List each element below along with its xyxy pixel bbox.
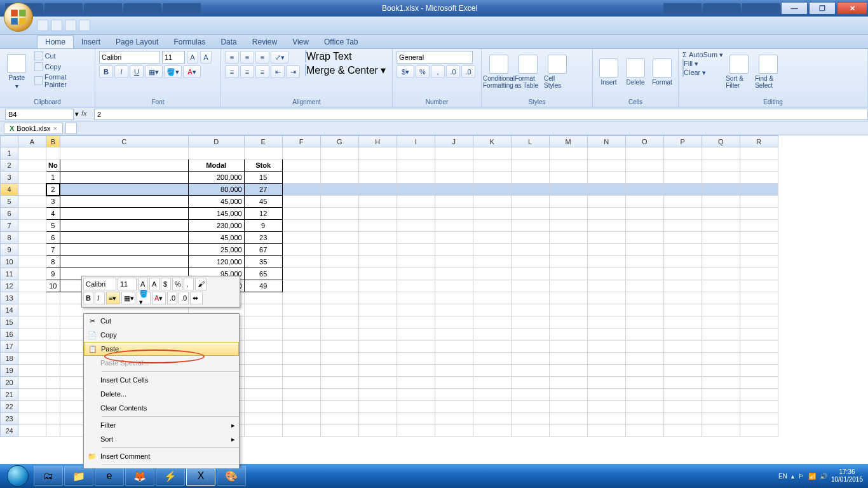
- cell[interactable]: [282, 256, 320, 268]
- cell[interactable]: 230,000: [188, 220, 244, 232]
- cell[interactable]: [18, 172, 46, 184]
- cell[interactable]: [282, 353, 320, 365]
- cell[interactable]: [549, 341, 587, 353]
- cell[interactable]: [18, 425, 46, 437]
- cell[interactable]: [358, 280, 397, 292]
- cell[interactable]: 8: [46, 256, 60, 268]
- cell[interactable]: [473, 147, 511, 159]
- cell[interactable]: [282, 365, 320, 377]
- cell[interactable]: [60, 232, 188, 244]
- cell[interactable]: [435, 196, 473, 208]
- cell[interactable]: [282, 292, 320, 304]
- cell[interactable]: [549, 365, 587, 377]
- cell[interactable]: [60, 256, 188, 268]
- cell[interactable]: [740, 292, 778, 304]
- cell[interactable]: [18, 184, 46, 196]
- cell[interactable]: [473, 329, 511, 341]
- cell[interactable]: [435, 244, 473, 256]
- cell[interactable]: [18, 220, 46, 232]
- cell[interactable]: [702, 377, 740, 389]
- underline-button[interactable]: U: [130, 65, 144, 78]
- cell[interactable]: [244, 389, 282, 401]
- mini-border-icon[interactable]: ▦▾: [121, 292, 135, 304]
- cell[interactable]: [702, 316, 740, 329]
- cell[interactable]: [740, 413, 778, 425]
- minimize-button[interactable]: —: [781, 2, 808, 15]
- cell[interactable]: [663, 232, 702, 244]
- tab-review[interactable]: Review: [245, 36, 285, 48]
- mini-currency-icon[interactable]: $: [161, 278, 171, 290]
- cell[interactable]: [663, 280, 702, 292]
- cell[interactable]: [397, 268, 435, 280]
- cell[interactable]: [549, 184, 587, 196]
- cell[interactable]: [511, 220, 549, 232]
- row-header[interactable]: 4: [1, 184, 18, 196]
- cell[interactable]: [397, 425, 435, 437]
- cell[interactable]: [473, 159, 511, 172]
- cell[interactable]: [282, 401, 320, 413]
- cell[interactable]: 23: [244, 232, 282, 244]
- cell[interactable]: [18, 413, 46, 425]
- cell[interactable]: [435, 292, 473, 304]
- cell[interactable]: [663, 316, 702, 329]
- cell[interactable]: [18, 208, 46, 220]
- cell[interactable]: [625, 220, 663, 232]
- cell[interactable]: [282, 329, 320, 341]
- cell[interactable]: Modal: [188, 159, 244, 172]
- format-cells-button[interactable]: Format: [650, 51, 674, 93]
- cell[interactable]: [397, 365, 435, 377]
- cell[interactable]: [740, 220, 778, 232]
- cell[interactable]: [625, 401, 663, 413]
- col-header[interactable]: N: [587, 136, 625, 147]
- row-header[interactable]: 14: [1, 304, 18, 316]
- cell[interactable]: 2: [46, 184, 60, 196]
- wrap-text-button[interactable]: Wrap Text: [305, 51, 386, 62]
- cell[interactable]: [663, 292, 702, 304]
- cell[interactable]: [663, 172, 702, 184]
- cell[interactable]: 12: [244, 208, 282, 220]
- indent-dec-icon[interactable]: ⇤: [271, 65, 285, 78]
- cell[interactable]: [625, 196, 663, 208]
- cell[interactable]: [587, 220, 625, 232]
- cell[interactable]: [282, 244, 320, 256]
- cell[interactable]: [435, 268, 473, 280]
- cell[interactable]: [358, 159, 397, 172]
- cell[interactable]: [282, 377, 320, 389]
- cell[interactable]: [320, 196, 358, 208]
- cell[interactable]: [549, 280, 587, 292]
- cell[interactable]: [358, 268, 397, 280]
- col-header[interactable]: O: [625, 136, 663, 147]
- cell[interactable]: [435, 232, 473, 244]
- cell[interactable]: [320, 292, 358, 304]
- cell[interactable]: [60, 220, 188, 232]
- cell[interactable]: [397, 184, 435, 196]
- cell[interactable]: [358, 341, 397, 353]
- cell[interactable]: [702, 208, 740, 220]
- cell[interactable]: [60, 184, 188, 196]
- mini-grow-font-icon[interactable]: A: [138, 278, 148, 290]
- cell[interactable]: [587, 292, 625, 304]
- mini-format-painter-icon[interactable]: 🖌: [195, 278, 207, 290]
- cell[interactable]: [244, 147, 282, 159]
- insert-cells-button[interactable]: Insert: [597, 51, 621, 93]
- cell[interactable]: 9: [244, 220, 282, 232]
- cell[interactable]: [587, 304, 625, 316]
- col-header[interactable]: E: [244, 136, 282, 147]
- col-header[interactable]: M: [549, 136, 587, 147]
- cell[interactable]: [549, 208, 587, 220]
- cell[interactable]: [435, 389, 473, 401]
- cell[interactable]: [702, 184, 740, 196]
- cell[interactable]: 67: [244, 244, 282, 256]
- cell[interactable]: [511, 280, 549, 292]
- fill-color-button[interactable]: 🪣▾: [164, 65, 182, 78]
- cell[interactable]: [397, 353, 435, 365]
- cell[interactable]: 145,000: [188, 208, 244, 220]
- cell[interactable]: [358, 329, 397, 341]
- taskbar-excel-icon[interactable]: X: [186, 466, 215, 486]
- cell[interactable]: [244, 401, 282, 413]
- cell[interactable]: [587, 425, 625, 437]
- office-button[interactable]: [4, 3, 33, 32]
- col-header[interactable]: Q: [702, 136, 740, 147]
- clear-button[interactable]: Clear ▾: [682, 69, 723, 77]
- cell[interactable]: [46, 389, 60, 401]
